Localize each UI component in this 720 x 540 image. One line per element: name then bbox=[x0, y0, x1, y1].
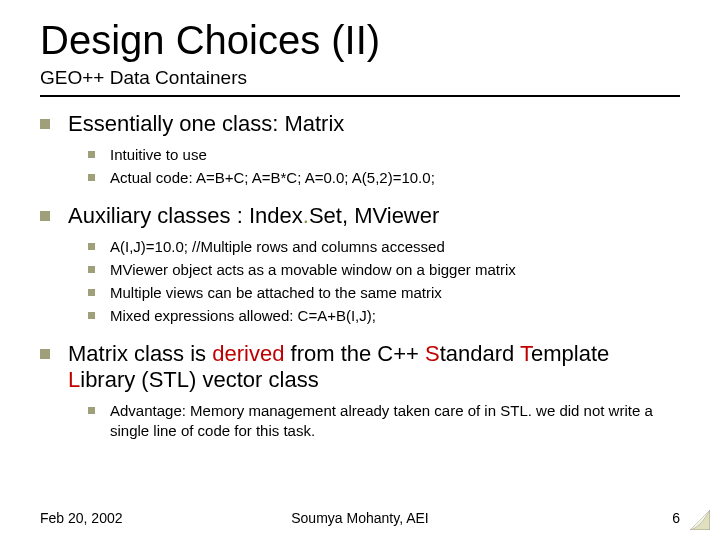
item-text: Multiple views can be attached to the sa… bbox=[110, 284, 442, 301]
list-item: MViewer object acts as a movable window … bbox=[88, 260, 680, 280]
page-curl-icon bbox=[690, 510, 710, 530]
bullet-text: Auxiliary classes : Index.Set, MViewer bbox=[68, 203, 439, 228]
bullet-matrix: Essentially one class: Matrix Intuitive … bbox=[40, 111, 680, 189]
bullet-stl: Matrix class is derived from the C++ Sta… bbox=[40, 341, 680, 442]
square-bullet-icon bbox=[88, 174, 95, 181]
slide: Design Choices (II) GEO++ Data Container… bbox=[0, 0, 720, 540]
slide-subtitle: GEO++ Data Containers bbox=[40, 67, 680, 89]
bullet-auxiliary: Auxiliary classes : Index.Set, MViewer A… bbox=[40, 203, 680, 327]
text-fragment: Auxiliary classes : Index bbox=[68, 203, 303, 228]
text-fragment-highlight: derived bbox=[212, 341, 284, 366]
item-text: MViewer object acts as a movable window … bbox=[110, 261, 516, 278]
slide-title: Design Choices (II) bbox=[40, 18, 680, 63]
list-item: Intuitive to use bbox=[88, 145, 680, 165]
text-fragment: Set, MViewer bbox=[309, 203, 439, 228]
footer-author: Soumya Mohanty, AEI bbox=[40, 510, 680, 526]
bullet-text: Matrix class is derived from the C++ Sta… bbox=[68, 341, 609, 392]
sublist: Advantage: Memory management already tak… bbox=[88, 401, 680, 442]
slide-footer: Feb 20, 2002 Soumya Mohanty, AEI 6 bbox=[40, 510, 680, 526]
item-text: Advantage: Memory management already tak… bbox=[110, 402, 653, 439]
item-text: Intuitive to use bbox=[110, 146, 207, 163]
square-bullet-icon bbox=[40, 349, 50, 359]
text-fragment-highlight: T bbox=[520, 341, 531, 366]
text-fragment: tandard bbox=[440, 341, 520, 366]
square-bullet-icon bbox=[88, 151, 95, 158]
title-underline bbox=[40, 95, 680, 97]
text-fragment: from the C++ bbox=[284, 341, 425, 366]
list-item: Mixed expressions allowed: C=A+B(I,J); bbox=[88, 306, 680, 326]
sublist: Intuitive to use Actual code: A=B+C; A=B… bbox=[88, 145, 680, 189]
item-text: A(I,J)=10.0; //Multiple rows and columns… bbox=[110, 238, 445, 255]
list-item: Actual code: A=B+C; A=B*C; A=0.0; A(5,2)… bbox=[88, 168, 680, 188]
square-bullet-icon bbox=[88, 289, 95, 296]
square-bullet-icon bbox=[40, 211, 50, 221]
bullet-text: Essentially one class: Matrix bbox=[68, 111, 344, 136]
text-fragment: ibrary (STL) vector class bbox=[80, 367, 318, 392]
text-fragment: Matrix class is bbox=[68, 341, 212, 366]
list-item: Advantage: Memory management already tak… bbox=[88, 401, 680, 442]
text-fragment-highlight: S bbox=[425, 341, 440, 366]
square-bullet-icon bbox=[88, 266, 95, 273]
sublist: A(I,J)=10.0; //Multiple rows and columns… bbox=[88, 237, 680, 327]
item-text: Actual code: A=B+C; A=B*C; A=0.0; A(5,2)… bbox=[110, 169, 435, 186]
text-fragment: emplate bbox=[531, 341, 609, 366]
square-bullet-icon bbox=[40, 119, 50, 129]
square-bullet-icon bbox=[88, 243, 95, 250]
square-bullet-icon bbox=[88, 407, 95, 414]
bullet-list: Essentially one class: Matrix Intuitive … bbox=[40, 111, 680, 441]
item-text: Mixed expressions allowed: C=A+B(I,J); bbox=[110, 307, 376, 324]
text-fragment-highlight: L bbox=[68, 367, 80, 392]
square-bullet-icon bbox=[88, 312, 95, 319]
list-item: A(I,J)=10.0; //Multiple rows and columns… bbox=[88, 237, 680, 257]
list-item: Multiple views can be attached to the sa… bbox=[88, 283, 680, 303]
